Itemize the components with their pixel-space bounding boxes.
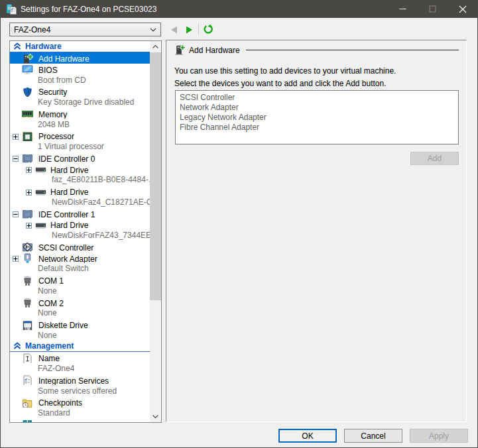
tree-row-section-hardware[interactable]: Hardware — [10, 41, 150, 52]
description-line-1: You can use this setting to add devices … — [174, 66, 396, 76]
tree-row-item-security[interactable]: Security — [10, 85, 150, 97]
device-list-item[interactable]: Network Adapter — [176, 103, 458, 113]
add-button[interactable]: Add — [410, 152, 459, 165]
apply-button[interactable]: Apply — [410, 429, 468, 443]
scroll-up-button[interactable] — [150, 41, 161, 52]
minimize-icon — [399, 5, 406, 13]
device-list-item[interactable]: Fibre Channel Adapter — [176, 123, 458, 133]
security-icon — [22, 87, 33, 97]
tree-item-sublabel: Boot from CD — [38, 76, 86, 85]
tree-row-item-name[interactable]: Name — [10, 352, 150, 363]
tree-item-sublabel: NewDiskForFAZ43_7344EE... — [52, 231, 150, 240]
tree-row-subitem-hard-drive-3[interactable]: NewDiskForFAZ43_7344EE... — [10, 230, 150, 241]
tree-row-subitem-diskette-drive[interactable]: None — [10, 330, 150, 341]
chevron-down-icon — [152, 415, 158, 418]
collapse-icon[interactable] — [13, 156, 19, 162]
tree-item-label: Add Hardware — [38, 54, 90, 63]
tree-item-label: BIOS — [38, 66, 58, 74]
section-label: Hardware — [25, 42, 62, 51]
settings-pane: Add Hardware You can use this setting to… — [166, 40, 467, 422]
tree-scrollbar[interactable] — [150, 41, 161, 422]
vm-selector-dropdown[interactable]: FAZ-One4 — [9, 23, 161, 36]
tree-row-item-checkpoints[interactable]: Checkpoints — [10, 396, 150, 408]
tree-row-item-network-adapter[interactable]: Network Adapter — [10, 252, 150, 263]
tree-row-item-scsi-controller[interactable]: SCSI Controller — [10, 241, 150, 252]
back-button[interactable] — [166, 22, 181, 37]
tree-row-item-ide-controller-1[interactable]: IDE Controller 1 — [10, 207, 150, 219]
forward-button[interactable] — [182, 22, 196, 37]
minimize-button[interactable] — [388, 0, 418, 18]
tree-row-item-hard-drive-1[interactable]: Hard Drive — [10, 163, 150, 174]
tree-item-sublabel: None — [38, 286, 57, 296]
tree-row-subitem-memory[interactable]: 2048 MB — [10, 119, 150, 130]
tree-row-item-com-2[interactable]: COM 2 — [10, 296, 150, 308]
add-hardware-icon — [22, 54, 33, 64]
tree-row-item-add-hardware[interactable]: Add Hardware — [10, 52, 150, 64]
tree-row-item-diskette-drive[interactable]: Diskette Drive — [10, 319, 150, 330]
tree-row-subitem-name[interactable]: FAZ-One4 — [10, 363, 150, 374]
ide-controller-icon — [22, 153, 33, 163]
tree-item-label: Integration Services — [38, 376, 109, 385]
window-title: Settings for FAZ-One4 on PCSE03023 — [21, 5, 156, 14]
tree-item-label: Memory — [38, 110, 67, 119]
tree-row-subitem-integration-services[interactable]: Some services offered — [10, 385, 150, 396]
tree-item-sublabel: Some services offered — [38, 386, 117, 396]
refresh-icon — [204, 25, 213, 34]
scroll-down-button[interactable] — [150, 411, 161, 422]
header-rule — [246, 50, 459, 50]
device-list-item[interactable]: SCSI Controller — [176, 93, 458, 103]
tree-row-subitem-checkpoints[interactable]: Standard — [10, 408, 150, 419]
refresh-button[interactable] — [201, 22, 215, 37]
hyperv-settings-icon — [6, 4, 17, 15]
tree-row-subitem-hard-drive-1[interactable]: faz_4E80211B-B0E8-4484-... — [10, 174, 150, 186]
tree-row-section-management[interactable]: Management — [10, 341, 150, 352]
tree-row-item-bios[interactable]: BIOS — [10, 64, 150, 75]
expand-icon[interactable] — [26, 167, 32, 173]
collapse-section-icon[interactable] — [13, 342, 21, 350]
tree-row-subitem-processor[interactable]: 1 Virtual processor — [10, 141, 150, 152]
expand-icon[interactable] — [13, 256, 19, 262]
tree-row-item-hard-drive-3[interactable]: Hard Drive — [10, 219, 150, 230]
checkpoints-icon — [22, 398, 33, 408]
tree-row-item-hard-drive-2[interactable]: Hard Drive — [10, 186, 150, 197]
tree-row-subitem-com-2[interactable]: None — [10, 308, 150, 319]
hard-drive-icon — [35, 187, 46, 197]
tree-row-item-processor[interactable]: Processor — [10, 130, 150, 141]
caption-buttons — [388, 0, 478, 18]
tree-row-subitem-network-adapter[interactable]: Default Switch — [10, 263, 150, 274]
memory-icon — [22, 109, 33, 119]
tree-row-subitem-security[interactable]: Key Storage Drive disabled — [10, 97, 150, 108]
close-button[interactable] — [448, 0, 478, 18]
expand-icon[interactable] — [13, 134, 19, 140]
tree-row-item-ide-controller-0[interactable]: IDE Controller 0 — [10, 152, 150, 164]
cancel-button[interactable]: Cancel — [344, 429, 402, 443]
tree-row-item-integration-services[interactable]: Integration Services — [10, 374, 150, 386]
tree-item-label: Hard Drive — [50, 166, 88, 174]
network-adapter-icon — [22, 253, 33, 263]
smart-paging-icon — [22, 420, 33, 422]
device-list-item[interactable]: Legacy Network Adapter — [176, 113, 458, 123]
tree-item-label: Diskette Drive — [38, 321, 88, 329]
collapse-section-icon[interactable] — [13, 42, 21, 50]
scrollbar-thumb[interactable] — [150, 52, 161, 300]
expand-icon[interactable] — [26, 190, 32, 196]
tree-item-label: Network Adapter — [38, 254, 97, 263]
toolbar: FAZ-One4 — [0, 18, 478, 40]
tree-item-sublabel: NewDiskFaz4_C18271AE-C... — [52, 197, 150, 207]
device-listbox[interactable]: SCSI ControllerNetwork AdapterLegacy Net… — [175, 90, 459, 144]
scsi-controller-icon — [22, 242, 33, 252]
tree-row-subitem-hard-drive-2[interactable]: NewDiskFaz4_C18271AE-C... — [10, 197, 150, 208]
collapse-icon[interactable] — [13, 211, 19, 217]
maximize-button[interactable] — [418, 0, 448, 18]
expand-icon[interactable] — [26, 223, 32, 229]
tree-row-item-com-1[interactable]: COM 1 — [10, 274, 150, 286]
tree-row-subitem-com-1[interactable]: None — [10, 286, 150, 297]
tree-row-item-smart-paging[interactable] — [10, 419, 150, 423]
tree-row-item-memory[interactable]: Memory — [10, 108, 150, 119]
tree-row-subitem-bios[interactable]: Boot from CD — [10, 74, 150, 85]
ok-button[interactable]: OK — [278, 429, 337, 443]
section-label: Management — [25, 341, 74, 351]
tree-item-label: Security — [38, 87, 67, 96]
add-hardware-icon — [174, 44, 186, 56]
pane-title: Add Hardware — [189, 46, 240, 55]
